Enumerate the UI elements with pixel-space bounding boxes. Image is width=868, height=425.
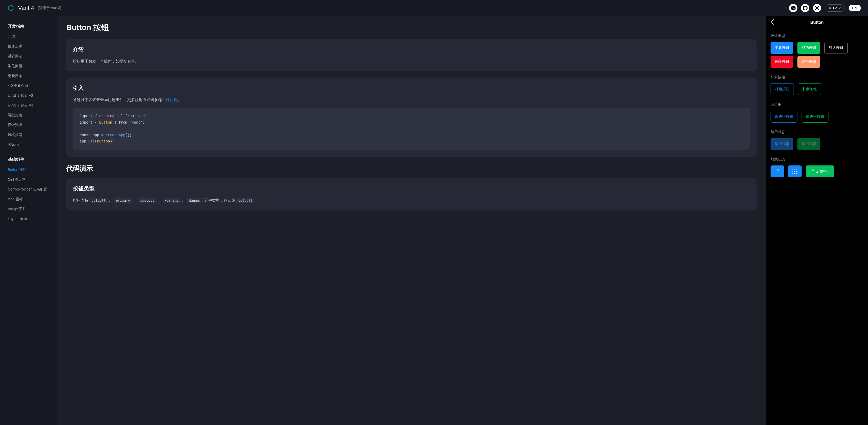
lang-select[interactable]: EN [848,5,861,11]
wechat-miniprogram-icon[interactable] [789,4,798,12]
type-heading: 按钮类型 [73,185,750,192]
sidebar-item-styleguide[interactable]: 风格指南 [0,130,57,140]
sidebar-item-design[interactable]: 设计资源 [0,120,57,130]
header-left: Vant 4 (适用于 Vue 3) [7,4,61,12]
loading-spinner-icon [792,169,798,174]
preview-section-title: 朴素按钮 [771,75,863,80]
chevron-down-icon [839,7,841,9]
back-icon[interactable] [771,19,774,26]
theme-toggle-icon[interactable] [813,4,821,12]
loading-arc-icon [810,169,814,174]
sidebar-item-faq[interactable]: 常见问题 [0,61,57,71]
preview-header: Button [766,16,868,29]
sidebar-section-title: 基础组件 [0,154,57,165]
app-subtitle: (适用于 Vue 3) [38,6,61,10]
sidebar-item-image[interactable]: Image 图片 [0,204,57,214]
demo-disabled-primary-button: 禁用状态 [771,138,793,150]
demo-loading-text-button[interactable]: 加载中... [806,165,834,177]
version-label: 4.0.2 [829,6,837,10]
sidebar-item-v2tov3[interactable]: 从 v2 升级到 v3 [0,91,57,100]
version-select[interactable]: 4.0.2 [825,4,845,12]
preview-section-hairline: 细边框 细边框按钮 细边框按钮 [766,100,868,127]
loading-arc-icon [775,169,780,174]
preview-section-disabled: 禁用状态 禁用状态 禁用状态 [766,127,868,155]
sidebar: 开发指南 介绍 快速上手 进阶用法 常见问题 更新日志 4.0 更新介绍 从 v… [0,16,57,425]
sidebar-item-v3tov4[interactable]: 从 v3 升级到 v4 [0,100,57,111]
sidebar-section-title: 开发指南 [0,21,57,32]
demo-disabled-success-button: 禁用状态 [798,138,820,150]
sidebar-item-cell[interactable]: Cell 单元格 [0,175,57,185]
sidebar-item-changelog[interactable]: 更新日志 [0,71,57,81]
sidebar-item-quickstart[interactable]: 快速上手 [0,41,57,52]
intro-text: 按钮用于触发一个操作，如提交表单。 [73,58,750,65]
demo-primary-button[interactable]: 主要按钮 [771,42,793,54]
import-text: 通过以下方式来全局注册组件，更多注册方式请参考组件注册。 [73,96,750,103]
sidebar-item-intro[interactable]: 介绍 [0,32,57,41]
github-icon[interactable] [801,4,809,12]
sidebar-item-contribute[interactable]: 贡献指南 [0,111,57,120]
intro-card: 介绍 按钮用于触发一个操作，如提交表单。 [66,39,756,71]
import-heading: 引入 [73,84,750,92]
preview-section-plain: 朴素按钮 朴素按钮 朴素按钮 [766,72,868,100]
demo-warning-button[interactable]: 警告按钮 [798,56,820,68]
sidebar-item-configprovider[interactable]: ConfigProvider 全局配置 [0,185,57,194]
preview-section-title: 按钮类型 [771,34,863,38]
loading-text: 加载中... [816,169,830,174]
sidebar-item-v4intro[interactable]: 4.0 更新介绍 [0,81,57,91]
preview-title: Button [810,20,824,25]
sidebar-item-layout[interactable]: Layout 布局 [0,214,57,224]
svg-point-0 [816,7,818,9]
header-right: 4.0.2 EN [789,4,861,12]
sidebar-item-advanced[interactable]: 进阶用法 [0,52,57,61]
main-content: Button 按钮 介绍 按钮用于触发一个操作，如提交表单。 引入 通过以下方式… [57,16,766,425]
import-card: 引入 通过以下方式来全局注册组件，更多注册方式请参考组件注册。 import {… [66,78,756,157]
import-link[interactable]: 组件注册 [162,97,178,102]
intro-heading: 介绍 [73,46,750,53]
preview-panel: Button 按钮类型 主要按钮 成功按钮 默认按钮 危险按钮 警告按钮 朴素按… [766,16,868,425]
demo-danger-button[interactable]: 危险按钮 [771,56,793,68]
preview-section-title: 细边框 [771,102,863,107]
page-title: Button 按钮 [66,22,756,33]
demo-hairline-primary-button[interactable]: 细边框按钮 [771,111,798,123]
sidebar-item-i18n[interactable]: 国际化 [0,140,57,150]
type-text: 按钮支持 default 、 primary 、 success 、 warni… [73,197,750,204]
preview-section-title: 加载状态 [771,157,863,162]
type-card: 按钮类型 按钮支持 default 、 primary 、 success 、 … [66,178,756,210]
demo-loading-spinner-button[interactable] [788,165,802,177]
demo-success-button[interactable]: 成功按钮 [798,42,820,54]
preview-section-title: 禁用状态 [771,130,863,134]
demo-plain-primary-button[interactable]: 朴素按钮 [771,83,794,95]
demo-default-button[interactable]: 默认按钮 [824,42,847,54]
demo-heading: 代码演示 [66,164,756,173]
sidebar-item-button[interactable]: Button 按钮 [0,165,57,175]
app-title[interactable]: Vant 4 [18,5,34,11]
preview-section-types: 按钮类型 主要按钮 成功按钮 默认按钮 危险按钮 警告按钮 [766,31,868,72]
sidebar-section: 开发指南 介绍 快速上手 进阶用法 常见问题 更新日志 4.0 更新介绍 从 v… [0,21,57,150]
sidebar-section: 基础组件 Button 按钮 Cell 单元格 ConfigProvider 全… [0,154,57,224]
logo-icon[interactable] [7,4,14,12]
demo-hairline-success-button[interactable]: 细边框按钮 [802,111,829,123]
code-block: import { createApp } from 'vue'; import … [73,108,750,150]
demo-plain-success-button[interactable]: 朴素按钮 [798,83,821,95]
preview-section-loading: 加载状态 加载中... [766,155,868,182]
sidebar-item-icon[interactable]: Icon 图标 [0,194,57,204]
demo-loading-arc-button[interactable] [771,165,784,177]
header: Vant 4 (适用于 Vue 3) 4.0.2 EN [0,0,868,16]
